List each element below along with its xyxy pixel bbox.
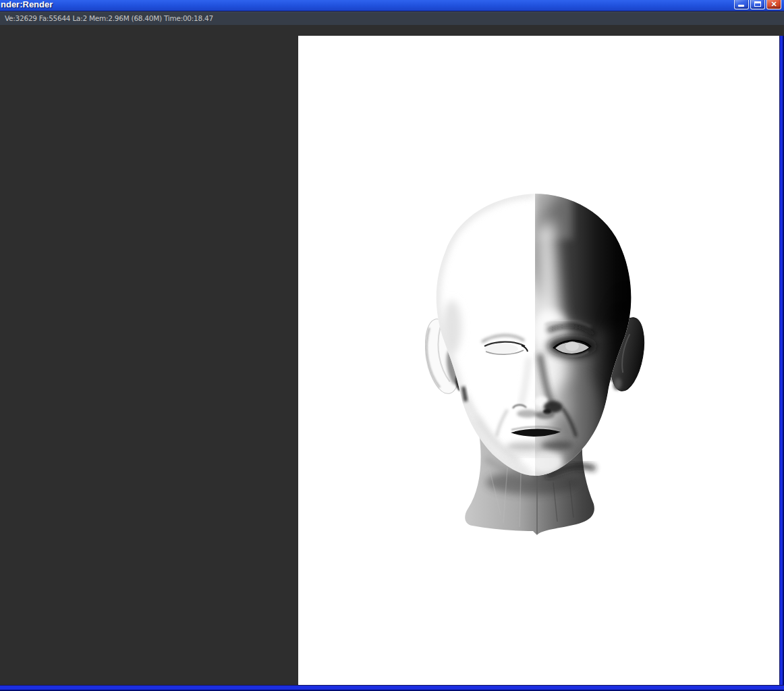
minimize-button[interactable] xyxy=(734,0,749,9)
rendered-head-image xyxy=(425,192,648,536)
right-eye xyxy=(545,321,597,358)
close-icon: ✕ xyxy=(767,0,781,9)
window-title: nder:Render xyxy=(1,0,53,11)
window-titlebar[interactable]: nder:Render ✕ xyxy=(0,0,784,11)
render-viewport-background xyxy=(0,25,784,685)
minimize-icon xyxy=(738,5,744,7)
close-button[interactable]: ✕ xyxy=(766,0,781,9)
render-image-area[interactable] xyxy=(298,36,779,685)
blender-render-window: nder:Render ✕ Ve:32629 Fa:55644 La:2 Mem… xyxy=(0,0,784,691)
window-resize-border-right[interactable] xyxy=(779,36,784,685)
window-resize-border-bottom[interactable] xyxy=(0,685,784,691)
render-stats-bar: Ve:32629 Fa:55644 La:2 Mem:2.96M (68.40M… xyxy=(0,11,784,25)
render-stats-text: Ve:32629 Fa:55644 La:2 Mem:2.96M (68.40M… xyxy=(5,11,213,25)
maximize-icon xyxy=(754,1,761,7)
maximize-button[interactable] xyxy=(750,0,765,9)
